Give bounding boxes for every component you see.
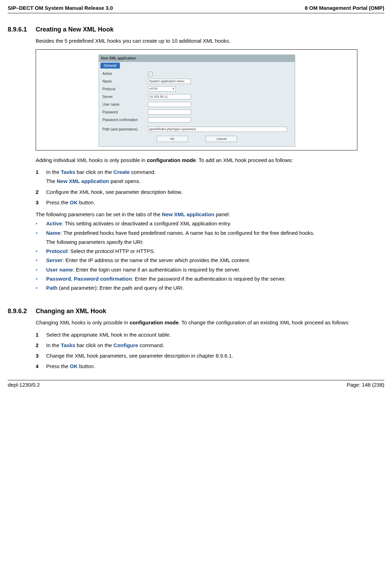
footer-right: Page: 148 (238) — [347, 382, 384, 388]
section-number: 8.9.6.2 — [8, 308, 36, 315]
step-number: 2 — [36, 189, 46, 196]
ok-button[interactable]: OK — [157, 136, 188, 142]
bullet-user-name: User name: Enter the login user name if … — [46, 266, 357, 273]
input-user-name[interactable] — [148, 102, 191, 107]
bullet-protocol: Protocol: Select the protocol HTTP or HT… — [46, 248, 357, 255]
checkbox-active[interactable]: ✓ — [148, 72, 152, 76]
footer-left: depl-1230/0.2 — [8, 382, 40, 388]
step-number: 3 — [36, 199, 46, 206]
label-active: Active — [102, 71, 148, 76]
header-right: 8 OM Management Portal (OMP) — [305, 5, 384, 11]
step-number: 3 — [36, 352, 46, 359]
step-body: In the Tasks bar click on the Configure … — [46, 342, 357, 349]
step-body: Press the OK button. — [46, 199, 357, 206]
step-number: 1 — [36, 169, 46, 185]
section-number: 8.9.6.1 — [8, 26, 36, 33]
dialog-new-xml-application: New XML application General Active ✓ Nam… — [99, 55, 295, 147]
label-password: Password — [102, 110, 148, 115]
header-rule — [8, 13, 384, 13]
header-left: SIP–DECT OM System Manual Release 3.0 — [8, 5, 113, 11]
section-title: Creating a New XML Hook — [36, 26, 114, 33]
step-body: In the Tasks bar click on the Create com… — [46, 169, 357, 185]
config-mode-paragraph: Adding individual XML hooks is only poss… — [36, 157, 357, 164]
screenshot-figure: New XML application General Active ✓ Nam… — [36, 49, 357, 150]
step-body: Select the appropriate XML hook in the a… — [46, 331, 357, 338]
select-protocol[interactable]: HTTP — [148, 86, 176, 92]
label-protocol: Protocol — [102, 87, 148, 92]
dialog-title: New XML application — [99, 55, 295, 62]
bullet-path: Path (and parameter): Enter the path and… — [46, 284, 357, 291]
input-path[interactable]: ppxml/index.php?type=sysmenu2 — [148, 127, 287, 132]
cancel-button[interactable]: Cancel — [206, 136, 237, 142]
label-server: Server — [102, 94, 148, 99]
input-name[interactable]: System application menu — [148, 79, 191, 84]
input-password-confirmation[interactable] — [148, 117, 191, 122]
params-intro: The following parameters can be set in t… — [36, 211, 357, 218]
parameter-bullet-list: Active: This setting activates or deacti… — [36, 220, 357, 291]
step-body: Change the XML hook parameters, see para… — [46, 352, 357, 359]
label-name: Name — [102, 79, 148, 84]
bullet-name: Name: The predefined hooks have fixed pr… — [46, 230, 357, 246]
input-server[interactable]: 10.103.30.11 — [148, 94, 191, 99]
bullet-active: Active: This setting activates or deacti… — [46, 220, 357, 227]
step-number: 4 — [36, 363, 46, 370]
step-body: Configure the XML hook, see parameter de… — [46, 189, 357, 196]
section2-intro: Changing XML hooks is only possible in c… — [36, 319, 357, 326]
label-password-confirmation: Password confirmation — [102, 118, 148, 122]
label-path: Path (and parameters) — [102, 127, 148, 132]
step-number: 2 — [36, 342, 46, 349]
bullet-password: Password, Password confirmation: Enter t… — [46, 275, 357, 282]
step-body: Press the OK button. — [46, 363, 357, 370]
steps-list-1: 1 In the Tasks bar click on the Create c… — [36, 169, 357, 206]
section-title: Changing an XML Hook — [36, 308, 106, 315]
intro-paragraph: Besides the 5 predefined XML hooks you c… — [36, 37, 357, 44]
tab-general[interactable]: General — [100, 63, 120, 69]
bullet-server: Server: Enter the IP address or the name… — [46, 257, 357, 264]
step-number: 1 — [36, 331, 46, 338]
footer-rule — [8, 380, 384, 380]
steps-list-2: 1 Select the appropriate XML hook in the… — [36, 331, 357, 370]
input-password[interactable] — [148, 110, 191, 115]
label-user-name: User name — [102, 102, 148, 107]
